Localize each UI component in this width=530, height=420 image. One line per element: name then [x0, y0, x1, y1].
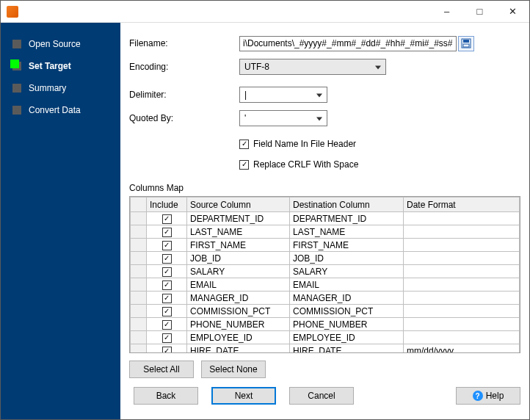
source-cell[interactable]: LAST_NAME — [187, 225, 290, 239]
nav-set-target[interactable]: Set Target — [1, 55, 120, 77]
select-all-button[interactable]: Select All — [129, 361, 194, 378]
date-format-cell[interactable] — [404, 239, 520, 252]
help-button[interactable]: ? Help — [456, 387, 520, 405]
quoted-by-select[interactable]: ' — [239, 110, 327, 126]
date-format-cell[interactable] — [404, 318, 520, 331]
filename-input[interactable] — [239, 36, 457, 51]
delimiter-select[interactable]: | — [239, 87, 327, 103]
col-destination[interactable]: Destination Column — [290, 198, 404, 212]
source-cell[interactable]: MANAGER_ID — [187, 292, 290, 305]
destination-cell[interactable]: FIRST_NAME — [290, 239, 404, 252]
table-row[interactable]: ✓PHONE_NUMBERPHONE_NUMBER — [131, 318, 520, 331]
source-cell[interactable]: EMPLOYEE_ID — [187, 331, 290, 344]
source-cell[interactable]: SALARY — [187, 265, 290, 278]
date-format-cell[interactable] — [404, 252, 520, 265]
col-include[interactable]: Include — [147, 198, 187, 212]
source-cell[interactable]: HIRE_DATE — [187, 344, 290, 354]
field-name-header-checkbox[interactable]: ✓ Field Name In File Header — [239, 136, 520, 152]
checkbox-icon: ✓ — [162, 280, 172, 290]
include-cell[interactable]: ✓ — [147, 344, 187, 354]
main-panel: Filename: Encoding: UTF-8 Delimiter: | Q… — [120, 23, 529, 419]
row-header-cell — [131, 225, 147, 239]
date-format-cell[interactable] — [404, 305, 520, 318]
table-row[interactable]: ✓SALARYSALARY — [131, 265, 520, 278]
checkbox-icon: ✓ — [162, 307, 172, 316]
checkbox-icon: ✓ — [162, 241, 172, 250]
destination-cell[interactable]: COMMISSION_PCT — [290, 305, 404, 318]
table-row[interactable]: ✓HIRE_DATEHIRE_DATEmm/dd/yyyy — [131, 344, 520, 354]
include-cell[interactable]: ✓ — [147, 252, 187, 265]
step-marker-icon — [12, 84, 21, 93]
close-button[interactable]: ✕ — [496, 1, 529, 23]
table-row[interactable]: ✓DEPARTMENT_IDDEPARTMENT_ID — [131, 212, 520, 225]
include-cell[interactable]: ✓ — [147, 225, 187, 239]
destination-cell[interactable]: JOB_ID — [290, 252, 404, 265]
encoding-select[interactable]: UTF-8 — [239, 59, 386, 75]
source-cell[interactable]: JOB_ID — [187, 252, 290, 265]
source-cell[interactable]: PHONE_NUMBER — [187, 318, 290, 331]
date-format-cell[interactable]: mm/dd/yyyy — [404, 344, 520, 354]
destination-cell[interactable]: SALARY — [290, 265, 404, 278]
include-cell[interactable]: ✓ — [147, 265, 187, 278]
maximize-button[interactable]: □ — [463, 1, 496, 23]
delimiter-label: Delimiter: — [129, 90, 239, 100]
table-row[interactable]: ✓FIRST_NAMEFIRST_NAME — [131, 239, 520, 252]
columns-map-grid[interactable]: Include Source Column Destination Column… — [129, 196, 520, 353]
table-row[interactable]: ✓EMPLOYEE_IDEMPLOYEE_ID — [131, 331, 520, 344]
destination-cell[interactable]: HIRE_DATE — [290, 344, 404, 354]
destination-cell[interactable]: EMAIL — [290, 278, 404, 292]
source-cell[interactable]: FIRST_NAME — [187, 239, 290, 252]
encoding-label: Encoding: — [129, 62, 239, 72]
destination-cell[interactable]: DEPARTMENT_ID — [290, 212, 404, 225]
include-cell[interactable]: ✓ — [147, 318, 187, 331]
browse-file-button[interactable] — [458, 36, 474, 51]
checkbox-icon: ✓ — [239, 140, 249, 149]
include-cell[interactable]: ✓ — [147, 239, 187, 252]
source-cell[interactable]: DEPARTMENT_ID — [187, 212, 290, 225]
table-row[interactable]: ✓LAST_NAMELAST_NAME — [131, 225, 520, 239]
row-header-cell — [131, 239, 147, 252]
include-cell[interactable]: ✓ — [147, 331, 187, 344]
date-format-cell[interactable] — [404, 278, 520, 292]
destination-cell[interactable]: MANAGER_ID — [290, 292, 404, 305]
include-cell[interactable]: ✓ — [147, 292, 187, 305]
date-format-cell[interactable] — [404, 292, 520, 305]
table-row[interactable]: ✓COMMISSION_PCTCOMMISSION_PCT — [131, 305, 520, 318]
source-cell[interactable]: COMMISSION_PCT — [187, 305, 290, 318]
checkbox-icon: ✓ — [162, 267, 172, 277]
replace-crlf-checkbox[interactable]: ✓ Replace CRLF With Space — [239, 156, 520, 173]
table-row[interactable]: ✓MANAGER_IDMANAGER_ID — [131, 292, 520, 305]
row-header-cell — [131, 344, 147, 354]
date-format-cell[interactable] — [404, 265, 520, 278]
destination-cell[interactable]: EMPLOYEE_ID — [290, 331, 404, 344]
table-row[interactable]: ✓EMAILEMAIL — [131, 278, 520, 292]
include-cell[interactable]: ✓ — [147, 212, 187, 225]
date-format-cell[interactable] — [404, 225, 520, 239]
checkbox-icon: ✓ — [162, 294, 172, 303]
checkbox-icon: ✓ — [162, 347, 172, 353]
minimize-button[interactable]: – — [430, 1, 463, 23]
next-button[interactable]: Next — [211, 387, 276, 405]
nav-open-source[interactable]: Open Source — [1, 33, 120, 55]
quoted-by-label: Quoted By: — [129, 113, 239, 123]
include-cell[interactable]: ✓ — [147, 278, 187, 292]
help-icon: ? — [473, 391, 483, 401]
row-header-cell — [131, 212, 147, 225]
destination-cell[interactable]: PHONE_NUMBER — [290, 318, 404, 331]
destination-cell[interactable]: LAST_NAME — [290, 225, 404, 239]
columns-map-title: Columns Map — [129, 183, 520, 193]
back-button[interactable]: Back — [134, 387, 198, 405]
date-format-cell[interactable] — [404, 212, 520, 225]
table-row[interactable]: ✓JOB_IDJOB_ID — [131, 252, 520, 265]
cancel-button[interactable]: Cancel — [289, 387, 354, 405]
nav-convert-data[interactable]: Convert Data — [1, 99, 120, 121]
step-marker-icon — [12, 106, 21, 115]
date-format-cell[interactable] — [404, 331, 520, 344]
include-cell[interactable]: ✓ — [147, 305, 187, 318]
checkbox-icon: ✓ — [162, 320, 172, 330]
nav-summary[interactable]: Summary — [1, 77, 120, 99]
col-source[interactable]: Source Column — [187, 198, 290, 212]
select-none-button[interactable]: Select None — [201, 361, 266, 378]
col-date-format[interactable]: Date Format — [404, 198, 520, 212]
source-cell[interactable]: EMAIL — [187, 278, 290, 292]
